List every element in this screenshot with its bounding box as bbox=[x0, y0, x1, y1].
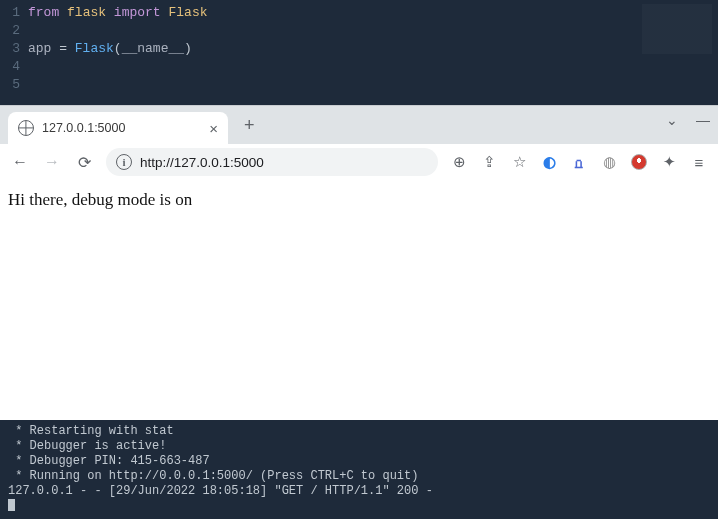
terminal-output[interactable]: * Restarting with stat * Debugger is act… bbox=[0, 420, 718, 519]
toolbar-right: ⊕ ⇪ ☆ ◐ ⩍ ◍ ✦ ≡ bbox=[450, 153, 708, 171]
terminal-line: * Restarting with stat bbox=[8, 424, 710, 439]
extension-icon-3[interactable]: ◍ bbox=[600, 153, 618, 171]
new-tab-button[interactable]: + bbox=[238, 111, 261, 140]
terminal-line: * Running on http://0.0.0.1:5000/ (Press… bbox=[8, 469, 710, 484]
tab-title: 127.0.0.1:5000 bbox=[42, 121, 201, 135]
code-editor[interactable]: 1from flask import Flask23app = Flask(__… bbox=[0, 0, 718, 105]
terminal-cursor bbox=[8, 499, 15, 511]
window-minimize-icon[interactable]: — bbox=[696, 112, 710, 128]
forward-button[interactable]: → bbox=[42, 153, 62, 171]
extension-icon-1[interactable]: ◐ bbox=[540, 153, 558, 171]
browser-tab-active[interactable]: 127.0.0.1:5000 × bbox=[8, 112, 228, 144]
url-text: http://127.0.0.1:5000 bbox=[140, 155, 264, 170]
code-text[interactable]: from flask import Flask bbox=[28, 4, 208, 22]
site-info-icon[interactable]: i bbox=[116, 154, 132, 170]
extensions-menu-icon[interactable]: ✦ bbox=[660, 153, 678, 171]
window-dropdown-icon[interactable]: ⌄ bbox=[666, 112, 678, 128]
back-button[interactable]: ← bbox=[10, 153, 30, 171]
terminal-line: * Debugger is active! bbox=[8, 439, 710, 454]
browser-toolbar: ← → ⟳ i http://127.0.0.1:5000 ⊕ ⇪ ☆ ◐ ⩍ … bbox=[0, 144, 718, 181]
page-body-text: Hi there, debug mode is on bbox=[8, 190, 192, 209]
tab-close-icon[interactable]: × bbox=[209, 120, 218, 137]
editor-minimap[interactable] bbox=[642, 4, 712, 54]
share-icon[interactable]: ⇪ bbox=[480, 153, 498, 171]
tab-bar: 127.0.0.1:5000 × + ⌄ — bbox=[0, 106, 718, 144]
address-bar[interactable]: i http://127.0.0.1:5000 bbox=[106, 148, 438, 176]
code-text[interactable]: app = Flask(__name__) bbox=[28, 40, 192, 58]
browser-chrome: 127.0.0.1:5000 × + ⌄ — ← → ⟳ i http://12… bbox=[0, 105, 718, 180]
line-number: 2 bbox=[0, 22, 28, 40]
line-number: 3 bbox=[0, 40, 28, 58]
line-number: 4 bbox=[0, 58, 28, 76]
code-line[interactable]: 5 bbox=[0, 76, 718, 94]
line-number: 5 bbox=[0, 76, 28, 94]
code-line[interactable]: 2 bbox=[0, 22, 718, 40]
globe-icon bbox=[18, 120, 34, 136]
code-line[interactable]: 4 bbox=[0, 58, 718, 76]
bookmark-icon[interactable]: ☆ bbox=[510, 153, 528, 171]
terminal-line: 127.0.0.1 - - [29/Jun/2022 18:05:18] "GE… bbox=[8, 484, 710, 499]
line-number: 1 bbox=[0, 4, 28, 22]
extension-icon-4[interactable] bbox=[630, 153, 648, 171]
zoom-icon[interactable]: ⊕ bbox=[450, 153, 468, 171]
reading-list-icon[interactable]: ≡ bbox=[690, 153, 708, 171]
code-line[interactable]: 3app = Flask(__name__) bbox=[0, 40, 718, 58]
page-content: Hi there, debug mode is on bbox=[0, 180, 718, 420]
terminal-line: * Debugger PIN: 415-663-487 bbox=[8, 454, 710, 469]
extension-icon-2[interactable]: ⩍ bbox=[570, 153, 588, 171]
code-line[interactable]: 1from flask import Flask bbox=[0, 4, 718, 22]
reload-button[interactable]: ⟳ bbox=[74, 153, 94, 172]
window-controls: ⌄ — bbox=[666, 112, 710, 128]
